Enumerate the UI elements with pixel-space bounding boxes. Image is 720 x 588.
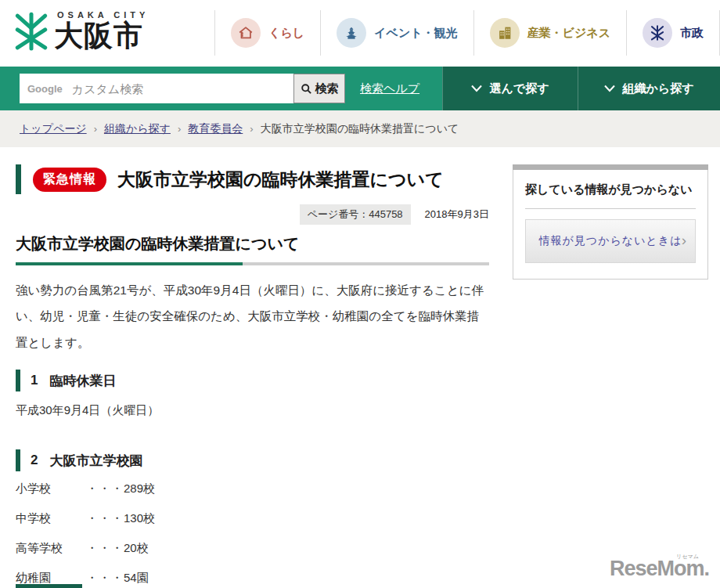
site-header: OSAKA CITY 大阪市 くらし イベント・観光 <box>0 0 720 67</box>
sidebar-heading: 探している情報が見つからない <box>525 182 696 197</box>
watermark-ruby: リセマム <box>676 553 699 561</box>
title-accent-bar <box>16 164 21 194</box>
house-icon <box>231 18 261 48</box>
school-count: 20校 <box>124 541 149 556</box>
breadcrumb-link-top[interactable]: トップページ <box>20 122 87 136</box>
page-title-row: 緊急情報 大阪市立学校園の臨時休業措置について <box>16 164 444 194</box>
section-number: 2 <box>31 453 38 468</box>
list-item: 幼稚園 ・・・ 54園 <box>16 572 155 584</box>
page-meta: ページ番号：445758 2018年9月3日 <box>16 204 489 225</box>
breadcrumb-separator: › <box>94 123 97 135</box>
section-2-heading: 2 大阪市立学校園 <box>16 449 142 471</box>
school-type: 小学校 <box>16 482 86 496</box>
section-1-content: 平成30年9月4日（火曜日） <box>16 403 159 418</box>
article-body: 強い勢力の台風第21号が、平成30年9月4日（火曜日）に、大阪府に接近することに… <box>16 277 488 355</box>
section-label: 大阪市立学校園 <box>49 452 142 470</box>
section-1-heading: 1 臨時休業日 <box>16 370 116 391</box>
nav-label: 市政 <box>680 26 704 41</box>
chevron-right-icon: › <box>682 232 686 249</box>
search-box: Google 検索 <box>20 74 345 103</box>
logo-title: 大阪市 <box>54 20 149 53</box>
osaka-city-logo[interactable]: OSAKA CITY 大阪市 <box>12 9 149 53</box>
list-item: 高等学校 ・・・ 20校 <box>16 542 155 554</box>
school-count: 54園 <box>124 571 149 586</box>
info-not-found-button[interactable]: 情報が見つからないときは › <box>525 219 696 263</box>
publish-date: 2018年9月3日 <box>425 207 489 222</box>
sidebar: 探している情報が見つからない 情報が見つからないときは › <box>513 164 708 280</box>
search-help-link[interactable]: 検索ヘルプ <box>360 67 419 110</box>
page-number: ページ番号：445758 <box>300 204 411 225</box>
article-section-title: 大阪市立学校園の臨時休業措置について <box>16 233 299 254</box>
search-input-wrap: Google <box>20 74 293 103</box>
emergency-badge: 緊急情報 <box>33 168 106 192</box>
resemom-watermark: リセマム ReseMom. <box>610 557 709 581</box>
google-logo: Google <box>27 83 63 95</box>
sidebar-box: 探している情報が見つからない 情報が見つからないときは › <box>513 170 708 280</box>
info-not-found-label: 情報が見つからないときは <box>539 234 682 248</box>
section-accent-bar <box>16 370 20 391</box>
building-icon <box>490 18 520 48</box>
nav-label: 産業・ビジネス <box>527 26 610 41</box>
leader-dots: ・・・ <box>86 482 124 496</box>
school-type: 幼稚園 <box>16 571 86 586</box>
leader-dots: ・・・ <box>86 511 124 526</box>
dropdown-label: 組織から探す <box>622 81 693 96</box>
school-count: 130校 <box>124 511 155 526</box>
breadcrumb-current: 大阪市立学校園の臨時休業措置について <box>261 122 459 136</box>
school-count: 289校 <box>124 482 155 496</box>
school-type: 中学校 <box>16 511 86 526</box>
school-type: 高等学校 <box>16 541 86 556</box>
breadcrumb-link-org[interactable]: 組織から探す <box>104 122 171 136</box>
nav-item-event-kanko[interactable]: イベント・観光 <box>320 10 473 56</box>
city-emblem-icon <box>643 18 672 48</box>
page-title: 大阪市立学校園の臨時休業措置について <box>117 168 444 192</box>
nav-label: くらし <box>268 26 304 41</box>
leader-dots: ・・・ <box>86 571 124 586</box>
nav-item-sangyo-business[interactable]: 産業・ビジネス <box>473 10 626 56</box>
dropdown-label: 選んで探す <box>489 81 549 96</box>
osaka-city-emblem-icon <box>12 9 51 53</box>
section-label: 臨時休業日 <box>49 372 116 390</box>
chevron-down-icon <box>471 85 482 92</box>
search-button-label: 検索 <box>315 81 339 96</box>
leader-dots: ・・・ <box>86 541 124 556</box>
nav-label: イベント・観光 <box>374 26 457 41</box>
school-list: 小学校 ・・・ 289校 中学校 ・・・ 130校 高等学校 ・・・ 20校 幼… <box>16 482 155 588</box>
logo-supertext: OSAKA CITY <box>57 10 149 20</box>
global-nav: くらし イベント・観光 <box>214 10 720 56</box>
section-title-underline <box>16 262 489 265</box>
castle-icon <box>337 18 366 48</box>
nav-item-shisei[interactable]: 市政 <box>626 10 720 56</box>
section-number: 1 <box>31 373 38 388</box>
search-button[interactable]: 検索 <box>293 74 345 103</box>
list-item: 中学校 ・・・ 130校 <box>16 512 155 525</box>
list-item: 小学校 ・・・ 289校 <box>16 482 155 495</box>
breadcrumb-link-kyoiku[interactable]: 教育委員会 <box>188 122 243 136</box>
chevron-down-icon <box>604 85 615 92</box>
section-accent-bar <box>16 449 20 471</box>
main-content: 緊急情報 大阪市立学校園の臨時休業措置について ページ番号：445758 201… <box>0 147 720 588</box>
search-bar: Google 検索 検索ヘルプ 選んで探す 組織から探す <box>0 67 720 110</box>
breadcrumb-separator: › <box>250 123 253 135</box>
breadcrumb: トップページ › 組織から探す › 教育委員会 › 大阪市立学校園の臨時休業措置… <box>0 110 720 147</box>
search-icon <box>301 83 312 95</box>
breadcrumb-separator: › <box>178 123 181 135</box>
next-section-bar-cutoff <box>16 584 82 588</box>
dropdown-select-search[interactable]: 選んで探す <box>442 67 578 110</box>
dropdown-org-search[interactable]: 組織から探す <box>578 67 720 110</box>
nav-item-kurashi[interactable]: くらし <box>214 10 320 56</box>
sidebar-top-strip <box>513 164 708 170</box>
sidebar-divider <box>525 208 696 209</box>
search-input[interactable] <box>72 74 293 103</box>
